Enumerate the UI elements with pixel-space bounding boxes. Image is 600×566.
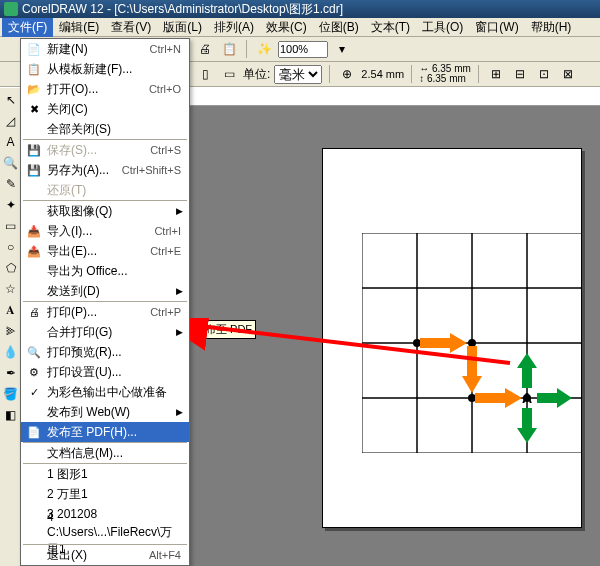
opt1-icon[interactable]: ⊞ [486, 64, 506, 84]
dropdown-icon[interactable]: ▾ [332, 39, 352, 59]
menu-item-label: 打开(O)... [43, 81, 149, 98]
dup-x: ↔ 6.35 mm ↕ 6.35 mm [419, 64, 471, 84]
opt2-icon[interactable]: ⊟ [510, 64, 530, 84]
clipboard-icon[interactable]: 📋 [219, 39, 239, 59]
menu-item[interactable]: 获取图像(Q)▶ [21, 201, 189, 221]
zoom-tool-icon[interactable]: 🔍 [1, 153, 21, 173]
menu-item-label: 全部关闭(S) [43, 121, 181, 138]
nudge-icon[interactable]: ⊕ [337, 64, 357, 84]
menu-item[interactable]: 发送到(D)▶ [21, 281, 189, 301]
menu-item-icon: 💾 [25, 164, 43, 177]
menu-item[interactable]: ⚙打印设置(U)... [21, 362, 189, 382]
menu-bitmap[interactable]: 位图(B) [313, 18, 365, 37]
menu-item-label: 关闭(C) [43, 101, 181, 118]
menu-view[interactable]: 查看(V) [105, 18, 157, 37]
eyedropper-tool-icon[interactable]: 💧 [1, 342, 21, 362]
wand-icon[interactable]: ✨ [254, 39, 274, 59]
zoom-combo[interactable] [278, 41, 328, 58]
unit-label: 单位: [243, 66, 270, 83]
landscape-icon[interactable]: ▭ [219, 64, 239, 84]
menu-item-label: 发送到(D) [43, 283, 172, 300]
menu-item[interactable]: 1 图形1 [21, 464, 189, 484]
polygon-tool-icon[interactable]: ⬠ [1, 258, 21, 278]
menu-item[interactable]: 📄新建(N)Ctrl+N [21, 39, 189, 59]
menu-item-label: 2 万里1 [43, 486, 181, 503]
menu-item-label: 导出(E)... [43, 243, 150, 260]
print-icon[interactable]: 🖨 [195, 39, 215, 59]
menu-item-icon: 📂 [25, 83, 43, 96]
menu-item[interactable]: 💾另存为(A)...Ctrl+Shift+S [21, 160, 189, 180]
menu-help[interactable]: 帮助(H) [525, 18, 578, 37]
rect-tool-icon[interactable]: ▭ [1, 216, 21, 236]
menu-item[interactable]: 退出(X)Alt+F4 [21, 545, 189, 565]
outline-tool-icon[interactable]: ✒ [1, 363, 21, 383]
menu-window[interactable]: 窗口(W) [469, 18, 524, 37]
svg-rect-0 [362, 233, 417, 288]
submenu-arrow-icon: ▶ [176, 286, 185, 296]
menu-item[interactable]: ✓为彩色输出中心做准备 [21, 382, 189, 402]
svg-marker-31 [557, 388, 572, 408]
menu-item-icon: 📤 [25, 245, 43, 258]
menu-item-icon: 🖨 [25, 306, 43, 318]
menu-item[interactable]: 4 C:\Users\...\FileRecv\万里1 [21, 524, 189, 544]
opt4-icon[interactable]: ⊠ [558, 64, 578, 84]
menu-effects[interactable]: 效果(C) [260, 18, 313, 37]
svg-marker-29 [517, 428, 537, 443]
menu-item[interactable]: 全部关闭(S) [21, 119, 189, 139]
menu-item[interactable]: 📥导入(I)...Ctrl+I [21, 221, 189, 241]
menu-item[interactable]: 导出为 Office... [21, 261, 189, 281]
svg-rect-14 [472, 398, 527, 453]
menu-item[interactable]: 文档信息(M)... [21, 443, 189, 463]
menu-item[interactable]: 🔍打印预览(R)... [21, 342, 189, 362]
menu-item[interactable]: 📄发布至 PDF(H)... [21, 422, 189, 442]
svg-rect-15 [527, 398, 582, 453]
shape-tool-icon[interactable]: ◿ [1, 111, 21, 131]
menu-layout[interactable]: 版面(L) [157, 18, 208, 37]
svg-marker-23 [462, 376, 482, 393]
menu-item-shortcut: Ctrl+E [150, 245, 185, 257]
menu-item[interactable]: 📤导出(E)...Ctrl+E [21, 241, 189, 261]
menu-item-label: 新建(N) [43, 41, 150, 58]
blend-tool-icon[interactable]: ⫸ [1, 321, 21, 341]
menu-item-label: 1 图形1 [43, 466, 181, 483]
toolbox: ↖ ◿ A 🔍 ✎ ✦ ▭ ○ ⬠ ☆ 𝐀 ⫸ 💧 ✒ 🪣 ◧ [0, 88, 22, 566]
menu-item-label: 从模板新建(F)... [43, 61, 181, 78]
basic-shapes-icon[interactable]: ☆ [1, 279, 21, 299]
menu-item-shortcut: Ctrl+I [154, 225, 185, 237]
menu-item-icon: ✓ [25, 386, 43, 399]
opt3-icon[interactable]: ⊡ [534, 64, 554, 84]
unit-select[interactable]: 毫米 [274, 65, 322, 84]
menu-file[interactable]: 文件(F) [2, 18, 53, 37]
menu-tools[interactable]: 工具(O) [416, 18, 469, 37]
menu-item-icon: ✖ [25, 103, 43, 116]
menu-item[interactable]: 🖨打印(P)...Ctrl+P [21, 302, 189, 322]
nudge-value: 2.54 mm [361, 68, 404, 80]
svg-rect-3 [527, 233, 582, 288]
menu-item[interactable]: 发布到 Web(W)▶ [21, 402, 189, 422]
menu-edit[interactable]: 编辑(E) [53, 18, 105, 37]
texttool-icon[interactable]: 𝐀 [1, 300, 21, 320]
portrait-icon[interactable]: ▯ [195, 64, 215, 84]
menu-item-label: 导出为 Office... [43, 263, 181, 280]
menu-item-icon: ⚙ [25, 366, 43, 379]
interactive-fill-icon[interactable]: ◧ [1, 405, 21, 425]
menu-text[interactable]: 文本(T) [365, 18, 416, 37]
menu-item-label: 打印预览(R)... [43, 344, 181, 361]
menu-item-shortcut: Ctrl+O [149, 83, 185, 95]
menu-arrange[interactable]: 排列(A) [208, 18, 260, 37]
pick-tool-icon[interactable]: ↖ [1, 90, 21, 110]
smart-tool-icon[interactable]: ✦ [1, 195, 21, 215]
menu-item[interactable]: 📂打开(O)...Ctrl+O [21, 79, 189, 99]
menu-item[interactable]: ✖关闭(C) [21, 99, 189, 119]
menu-item-shortcut: Ctrl+P [150, 306, 185, 318]
menu-item[interactable]: 合并打印(G)▶ [21, 322, 189, 342]
fill-tool-icon[interactable]: 🪣 [1, 384, 21, 404]
freehand-tool-icon[interactable]: ✎ [1, 174, 21, 194]
menu-item-label: 发布至 PDF(H)... [43, 424, 181, 441]
menu-item-label: 导入(I)... [43, 223, 154, 240]
menu-item[interactable]: 📋从模板新建(F)... [21, 59, 189, 79]
menu-item[interactable]: 2 万里1 [21, 484, 189, 504]
text-tool-icon[interactable]: A [1, 132, 21, 152]
ellipse-tool-icon[interactable]: ○ [1, 237, 21, 257]
svg-rect-26 [522, 368, 532, 388]
